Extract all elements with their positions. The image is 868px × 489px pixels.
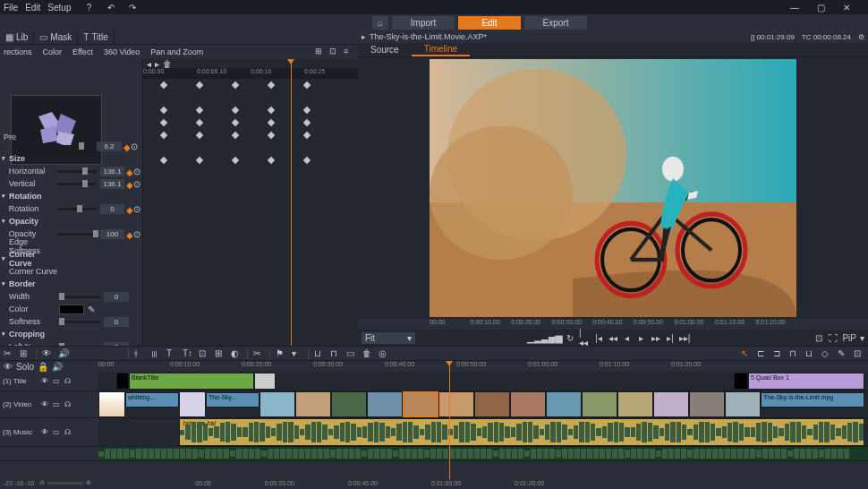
tl-tool-icon[interactable]: ⊞ [215, 348, 226, 359]
tl-text-icon[interactable]: T [166, 348, 177, 359]
music-clip[interactable]: bmx_ya-ha! [179, 418, 864, 446]
playback-speed[interactable]: 1x [554, 334, 561, 342]
eye-icon[interactable]: 👁 [41, 428, 50, 437]
reset-icon[interactable]: ⊙ [131, 142, 138, 151]
timeline-ruler[interactable]: 00:000:00:10.000:00:20.000:00:30.000:00:… [98, 361, 868, 372]
tl-tool-icon[interactable]: ⊓ [330, 348, 341, 359]
preview-viewport[interactable] [430, 59, 796, 317]
pip-label[interactable]: PiP [842, 333, 856, 343]
tl-tool-icon[interactable]: ▾ [292, 348, 302, 359]
video-clip[interactable] [617, 391, 653, 417]
opacity-slider[interactable] [57, 233, 97, 236]
crop-left-value[interactable]: 0 [104, 342, 129, 347]
vertical-value[interactable]: 136.1 [100, 179, 124, 189]
title-clip[interactable] [116, 373, 129, 390]
rotation-value[interactable]: 0 [100, 204, 124, 214]
tab-library[interactable]: ▦Lib [0, 30, 34, 45]
skip-end-icon[interactable]: ▸▸| [679, 332, 690, 343]
eye-icon[interactable]: 👁 [4, 362, 13, 372]
next-frame-icon[interactable]: ▸| [665, 332, 676, 343]
tl-tool-icon[interactable]: ⊡ [199, 348, 209, 359]
video-clip[interactable] [179, 391, 206, 417]
zoom-slider[interactable]: ⊖⊕ [39, 479, 91, 486]
color-picker-icon[interactable]: ✎ [88, 305, 98, 314]
video-clip[interactable] [367, 391, 403, 417]
vertical-slider[interactable] [57, 183, 97, 185]
subtab-corrections[interactable]: rections [4, 47, 32, 56]
tl-trash-icon[interactable]: 🗑 [362, 348, 373, 359]
tab-title[interactable]: TTitle [78, 30, 115, 45]
chevron-down-icon[interactable]: ▾ [860, 333, 864, 343]
link-icon[interactable]: ☊ [64, 377, 73, 386]
horizontal-slider[interactable] [57, 170, 97, 173]
forward-icon[interactable]: ↷ [127, 2, 138, 13]
subtab-panzoom[interactable]: Pan and Zoom [150, 47, 203, 56]
video-clip[interactable] [510, 391, 546, 417]
tl-tool-icon[interactable]: T↕ [183, 348, 193, 359]
color-swatch[interactable] [59, 305, 84, 314]
maximize-icon[interactable]: ▢ [817, 3, 825, 13]
tl-tool-icon[interactable]: ◐ [231, 348, 242, 359]
tool-icon-1[interactable]: ⊞ [315, 47, 326, 57]
tl-razor-icon[interactable]: ✂ [253, 348, 264, 359]
export-button[interactable]: Export [524, 16, 587, 30]
tl-tool-icon[interactable]: ⊏ [757, 348, 768, 359]
play-back-icon[interactable]: ◂ [622, 332, 633, 343]
tl-tool-icon[interactable]: ▭ [346, 348, 357, 359]
tl-marker-icon[interactable]: ⚑ [276, 348, 286, 359]
fullscreen-icon[interactable]: ⛶ [828, 332, 838, 343]
video-clip-selected[interactable] [403, 391, 438, 417]
snapshot-icon[interactable]: ⊡ [813, 332, 824, 343]
softness-slider[interactable] [59, 321, 100, 323]
tl-tool-icon[interactable]: ⊓ [789, 348, 800, 359]
keyframe-icon[interactable]: ◆ [126, 167, 133, 175]
step-back-icon[interactable]: ◂◂ [608, 332, 618, 343]
edit-button[interactable]: Edit [458, 16, 521, 30]
rotation-slider[interactable] [57, 208, 97, 210]
video-clip[interactable] [725, 391, 761, 417]
title-clip[interactable]: 5 Quad Box 1 [748, 373, 864, 390]
step-fwd-icon[interactable]: ▸▸ [651, 332, 661, 343]
video-clip[interactable] [260, 391, 295, 417]
keyframe-panel[interactable]: ◂ ▸ 🗑 0:00.000:00:08.100:00:160:00:25 [142, 59, 358, 346]
eye-icon[interactable]: 👁 [41, 377, 50, 386]
tl-tool-icon[interactable]: ⫳ [134, 348, 145, 359]
zoom-fit-dropdown[interactable]: Fit▾ [362, 332, 415, 344]
lock-icon[interactable]: ▭ [53, 400, 62, 409]
close-icon[interactable]: ✕ [843, 3, 850, 13]
save-icon[interactable]: ▸ [362, 32, 366, 41]
video-clip[interactable] [331, 391, 367, 417]
subtab-360video[interactable]: 360 Video [104, 47, 140, 56]
gear-icon[interactable]: ⚙ [858, 33, 864, 41]
prev-frame-icon[interactable]: |◂ [593, 332, 604, 343]
help-icon[interactable]: ? [84, 2, 95, 13]
menu-setup[interactable]: Setup [47, 3, 71, 13]
kf-next-icon[interactable]: ▸ [155, 59, 159, 69]
tl-tool-icon[interactable]: ◎ [379, 348, 389, 359]
back-icon[interactable]: ↶ [106, 2, 116, 13]
tl-magnet-icon[interactable]: ⊔ [314, 348, 325, 359]
track-header-music[interactable]: (3) Music 👁 ▭ ☊ [0, 418, 98, 446]
keyframe-diamond-icon[interactable]: ◆ [123, 142, 131, 150]
tl-pointer-icon[interactable]: ↖ [741, 348, 752, 359]
keyframe-ruler[interactable]: 0:00.000:00:08.100:00:160:00:25 [143, 68, 358, 79]
import-button[interactable]: Import [392, 16, 455, 30]
home-button[interactable]: ⌂ [372, 16, 388, 30]
skip-start-icon[interactable]: |◂◂ [579, 332, 590, 343]
softness-value[interactable]: 0 [104, 317, 129, 327]
lock-icon[interactable]: ▭ [53, 428, 62, 437]
tl-tool-icon[interactable]: ◇ [821, 348, 832, 359]
eye-icon[interactable]: 👁 [41, 400, 50, 409]
link-icon[interactable]: ☊ [64, 400, 73, 409]
menu-file[interactable]: File [4, 3, 18, 13]
tab-mask[interactable]: ▭Mask [34, 30, 78, 45]
title-clip[interactable] [734, 373, 748, 390]
tl-tool-icon[interactable]: ⊞ [20, 348, 30, 359]
tl-tool-icon[interactable]: ⊡ [854, 348, 864, 359]
video-clip[interactable] [582, 391, 617, 417]
tool-icon-2[interactable]: ⊡ [329, 47, 340, 57]
tab-source[interactable]: Source [358, 43, 412, 56]
title-clip[interactable] [254, 373, 276, 390]
horizontal-value[interactable]: 136.1 [100, 167, 124, 176]
play-icon[interactable]: ▸ [636, 332, 647, 343]
